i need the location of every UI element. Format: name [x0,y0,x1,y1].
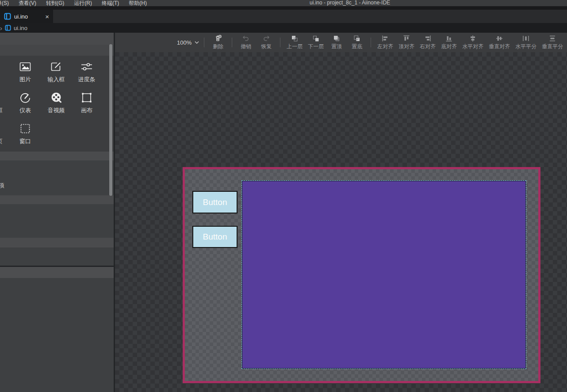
progress-bar-icon [80,60,93,73]
menu-selection[interactable]: 择(S) [0,0,9,6]
undo-icon [242,34,250,42]
button-widget[interactable]: Button [192,191,238,213]
title-bar: 择(S) 查看(V) 转到(G) 运行(R) 终端(T) 帮助(H) ui.in… [0,0,567,6]
bring-to-front-icon [333,34,341,42]
toolbar-label: 上一层 [287,43,303,50]
palette-item-label: 图片 [19,76,31,84]
ui-designer-file-icon [4,13,11,20]
sidebar-scrollbar[interactable] [109,44,112,196]
align-top-icon [402,34,410,42]
palette-section-bar[interactable] [0,33,114,45]
palette-item-label: 仪表 [19,107,31,114]
align-right-icon [424,34,432,42]
trash-delete-icon [214,34,222,42]
redo-icon [262,34,270,42]
ui-designer-file-icon [5,25,11,31]
toolbar-separator [280,38,280,47]
toolbar-label: 下一层 [308,43,324,50]
ide-window: 择(S) 查看(V) 转到(G) 运行(R) 终端(T) 帮助(H) ui.in… [0,0,567,392]
menu-goto[interactable]: 转到(G) [46,0,64,6]
tab-strip: ui.ino × [0,6,567,23]
designer-toolbar: 100% 删除 [115,33,567,52]
close-icon[interactable]: × [45,13,49,20]
redo-button[interactable]: 恢复 [257,34,275,50]
align-bottom-icon [445,34,453,42]
toolbar-label: 垂直平分 [542,43,563,50]
align-vertical-center-button[interactable]: 垂直对齐 [487,34,511,50]
toolbar-label: 水平平分 [515,43,536,50]
palette-item-media[interactable]: 音视频 [41,91,72,119]
menu-terminal[interactable]: 终端(T) [102,0,119,6]
breadcrumb: › ui.ino [0,23,567,33]
toolbar-label: 顶对齐 [398,43,414,50]
align-right-button[interactable]: 右对齐 [418,34,437,50]
palette-item-label: 音视频 [48,107,65,114]
toolbar-label: 撤销 [241,43,251,50]
clipped-palette-label: 页 [0,137,3,145]
send-to-back-button[interactable]: 置底 [348,34,366,50]
selected-canvas-widget[interactable] [242,181,526,369]
palette-item-canvas[interactable]: 画布 [71,91,102,119]
tab-ui-ino[interactable]: ui.ino × [0,10,53,23]
breadcrumb-file[interactable]: ui.ino [14,25,27,31]
palette-item-label: 输入框 [48,76,65,84]
layer-up-button[interactable]: 上一层 [285,34,304,50]
palette-item-gauge[interactable]: 仪表 [10,91,41,119]
palette-section-bar[interactable] [0,238,114,247]
toolbar-label: 恢复 [261,43,272,50]
palette-item-label: 窗口 [19,137,31,145]
palette-section-bar[interactable] [0,267,114,278]
button-widget[interactable]: Button [192,226,238,248]
distribute-horizontal-icon [522,34,530,42]
toolbar-label: 水平对齐 [462,43,483,50]
menu-run[interactable]: 运行(R) [74,0,92,6]
tab-row: ui.ino × [0,10,567,23]
gauge-icon [19,91,32,104]
media-icon [50,91,63,104]
align-top-button[interactable]: 顶对齐 [397,34,416,50]
layer-down-button[interactable]: 下一层 [306,34,325,50]
chevron-down-icon [195,41,199,44]
align-vertical-center-icon [495,34,503,42]
palette-item-window[interactable]: 窗口 [10,122,41,150]
palette-section-bar[interactable] [0,195,114,204]
palette-item-label: 画布 [81,107,92,114]
delete-button[interactable]: 删除 [209,34,227,50]
palette-item-input-box[interactable]: 输入框 [41,60,72,88]
distribute-vertical-button[interactable]: 垂直平分 [540,34,564,50]
toolbar-label: 右对齐 [420,43,436,50]
bring-to-front-button[interactable]: 置顶 [328,34,345,50]
align-horizontal-center-icon [469,34,477,42]
palette-item-image[interactable]: 图片 [10,60,41,88]
menu-view[interactable]: 查看(V) [19,0,36,6]
align-left-button[interactable]: 左对齐 [376,34,395,50]
zoom-value: 100% [177,39,192,46]
image-icon [19,60,32,73]
design-canvas[interactable]: Button Button [115,52,567,392]
toolbar-label: 置底 [352,43,362,50]
window-title: ui.ino - project_8c_1 - Aiinone-IDE [310,0,390,6]
menu-bar: 择(S) 查看(V) 转到(G) 运行(R) 终端(T) 帮助(H) [0,0,147,6]
menu-help[interactable]: 帮助(H) [129,0,147,6]
layer-down-icon [312,34,320,42]
distribute-horizontal-button[interactable]: 水平平分 [514,34,538,50]
align-left-icon [381,34,389,42]
zoom-dropdown[interactable]: 100% [177,39,199,46]
toolbar-separator [232,38,232,47]
toolbar-label: 置顶 [331,43,342,50]
palette-section-bar[interactable] [0,45,114,56]
toolbar-label: 垂直对齐 [489,43,510,50]
clipped-palette-label: 框 [0,107,3,114]
input-box-icon [50,60,63,73]
palette-item-label: 进度条 [78,76,96,84]
tab-label: ui.ino [14,13,42,20]
palette-section-bar[interactable] [0,152,114,160]
toolbar-separator [371,38,371,47]
toolbar-separator [204,38,204,47]
window-icon [19,122,32,135]
palette-item-progress-bar[interactable]: 进度条 [71,60,102,88]
align-bottom-button[interactable]: 底对齐 [440,34,458,50]
align-horizontal-center-button[interactable]: 水平对齐 [461,34,485,50]
canvas-icon [80,91,93,104]
undo-button[interactable]: 撤销 [237,34,255,50]
